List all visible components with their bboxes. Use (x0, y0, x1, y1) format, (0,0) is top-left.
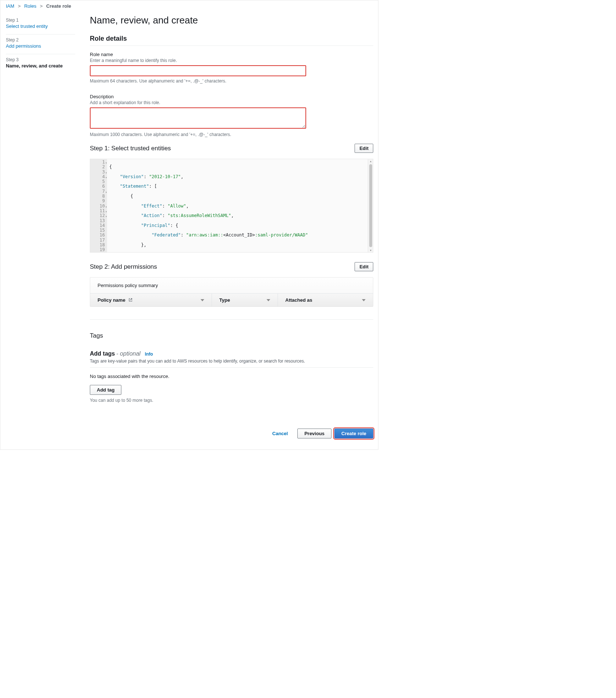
page-title: Name, review, and create (90, 15, 373, 26)
description-constraint: Maximum 1000 characters. Use alphanumeri… (90, 132, 373, 137)
no-tags-message: No tags associated with the resource. (90, 374, 373, 379)
description-help: Add a short explanation for this role. (90, 100, 373, 105)
wizard-step-3: Step 3 Name, review, and create (6, 54, 75, 74)
wizard-footer: Cancel Previous Create role (90, 403, 373, 442)
breadcrumb-iam[interactable]: IAM (6, 3, 14, 9)
sort-icon[interactable] (362, 299, 366, 301)
permissions-panel: Permissions policy summary Policy name T… (90, 277, 373, 307)
wizard-sidebar: Step 1 Select trusted entity Step 2 Add … (0, 11, 79, 449)
step-title: Name, review, and create (6, 63, 75, 69)
description-input[interactable] (90, 107, 306, 129)
column-type[interactable]: Type (212, 294, 278, 306)
optional-label: - optional (116, 350, 140, 357)
info-link[interactable]: Info (145, 352, 153, 357)
divider (90, 45, 373, 46)
role-name-help: Enter a meaningful name to identify this… (90, 58, 373, 63)
step1-title: Step 1: Select trusted entities (90, 145, 171, 152)
trust-policy-editor[interactable]: 12345678910111213141516171819 { "Version… (90, 159, 373, 253)
scroll-down-icon[interactable]: ▾ (368, 248, 373, 252)
step-label: Step 1 (6, 18, 75, 23)
column-attached-as[interactable]: Attached as (278, 294, 373, 306)
step-label: Step 3 (6, 57, 75, 62)
role-name-constraint: Maximum 64 characters. Use alphanumeric … (90, 78, 373, 84)
wizard-step-1[interactable]: Step 1 Select trusted entity (6, 15, 75, 34)
scrollbar[interactable]: ▴ ▾ (368, 159, 373, 252)
breadcrumb: IAM > Roles > Create role (0, 3, 378, 11)
tags-heading: Tags (90, 332, 373, 339)
role-name-input[interactable] (90, 65, 306, 76)
chevron-right-icon: > (18, 3, 21, 9)
divider (90, 319, 373, 320)
scroll-up-icon[interactable]: ▴ (368, 159, 373, 163)
create-role-button[interactable]: Create role (334, 429, 373, 438)
divider (90, 367, 373, 368)
edit-permissions-button[interactable]: Edit (355, 262, 373, 271)
tags-help-text: Tags are key-value pairs that you can ad… (90, 359, 373, 364)
add-tags-title: Add tags (90, 350, 115, 357)
role-details-heading: Role details (90, 35, 373, 43)
cancel-button[interactable]: Cancel (266, 429, 295, 438)
role-name-label: Role name (90, 52, 373, 57)
sort-icon[interactable] (201, 299, 204, 301)
permissions-table-header: Policy name Type Attached as (90, 293, 373, 306)
step2-title: Step 2: Add permissions (90, 263, 157, 271)
breadcrumb-current: Create role (46, 3, 71, 9)
step-title[interactable]: Add permissions (6, 43, 75, 49)
breadcrumb-roles[interactable]: Roles (24, 3, 36, 9)
add-tag-button[interactable]: Add tag (90, 385, 121, 395)
description-label: Description (90, 94, 373, 99)
code-gutter: 12345678910111213141516171819 (90, 159, 107, 252)
column-policy-name[interactable]: Policy name (90, 294, 212, 306)
tag-limit-text: You can add up to 50 more tags. (90, 398, 373, 403)
code-content[interactable]: { "Version": "2012-10-17", "Statement": … (107, 159, 368, 252)
chevron-right-icon: > (40, 3, 43, 9)
edit-trusted-entities-button[interactable]: Edit (355, 144, 373, 153)
wizard-step-2[interactable]: Step 2 Add permissions (6, 34, 75, 54)
external-link-icon (128, 298, 133, 302)
sort-icon[interactable] (267, 299, 270, 301)
column-label: Type (219, 297, 230, 303)
step-title[interactable]: Select trusted entity (6, 23, 75, 29)
permissions-panel-header: Permissions policy summary (90, 278, 373, 293)
column-label: Policy name (98, 297, 125, 303)
column-label: Attached as (285, 297, 312, 303)
step-label: Step 2 (6, 37, 75, 43)
previous-button[interactable]: Previous (297, 429, 331, 438)
scroll-thumb[interactable] (369, 164, 372, 247)
